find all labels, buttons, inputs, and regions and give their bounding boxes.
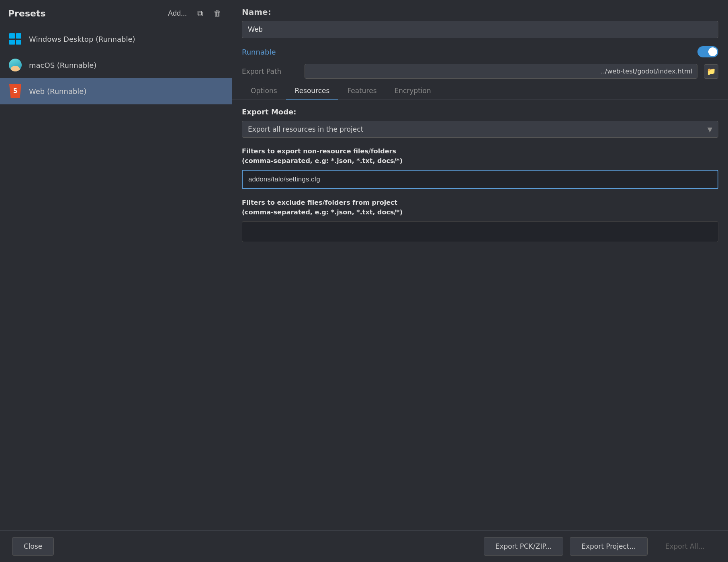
preset-item-web[interactable]: Web (Runnable) xyxy=(0,78,232,104)
bottom-right-actions: Export PCK/ZIP... Export Project... Expo… xyxy=(484,537,716,556)
windows-icon xyxy=(8,32,22,46)
name-section: Name: xyxy=(232,0,728,42)
export-path-value: ../web-test/godot/index.html xyxy=(305,64,697,79)
right-panel: Name: Runnable Export Path ../web-test/g… xyxy=(232,0,728,530)
macos-icon xyxy=(8,58,22,72)
dropdown-arrow-icon: ▼ xyxy=(708,126,712,133)
close-button[interactable]: Close xyxy=(12,537,54,556)
export-mode-label: Export Mode: xyxy=(242,108,718,116)
name-input[interactable] xyxy=(242,21,718,38)
tab-options[interactable]: Options xyxy=(242,83,286,100)
presets-header: Presets Add... ⧉ 🗑 xyxy=(0,0,232,26)
preset-label-windows: Windows Desktop (Runnable) xyxy=(29,35,135,43)
browse-folder-button[interactable]: 📁 xyxy=(704,64,718,79)
runnable-row: Runnable xyxy=(232,42,728,61)
name-label: Name: xyxy=(242,7,718,17)
presets-title: Presets xyxy=(8,8,161,18)
left-panel: Presets Add... ⧉ 🗑 Windows Desktop (Runn… xyxy=(0,0,232,530)
runnable-toggle[interactable] xyxy=(697,46,718,57)
preset-list: Windows Desktop (Runnable) macOS (Runnab… xyxy=(0,26,232,530)
export-path-row: Export Path ../web-test/godot/index.html… xyxy=(232,61,728,83)
export-project-button[interactable]: Export Project... xyxy=(570,537,647,556)
preset-label-macos: macOS (Runnable) xyxy=(29,61,96,69)
tab-resources[interactable]: Resources xyxy=(286,83,339,100)
export-all-button[interactable]: Export All... xyxy=(654,538,716,555)
presets-actions: Add... ⧉ 🗑 xyxy=(166,7,224,20)
preset-item-macos[interactable]: macOS (Runnable) xyxy=(0,52,232,78)
runnable-label: Runnable xyxy=(242,48,276,56)
html5-icon xyxy=(8,84,22,98)
export-mode-value: Export all resources in the project xyxy=(248,125,708,133)
tab-features[interactable]: Features xyxy=(338,83,385,100)
tabs-row: Options Resources Features Encryption xyxy=(232,83,728,100)
bottom-left-actions: Close xyxy=(12,537,54,556)
delete-preset-button[interactable]: 🗑 xyxy=(211,7,224,20)
filter2-label: Filters to exclude files/folders from pr… xyxy=(242,198,718,217)
export-mode-dropdown[interactable]: Export all resources in the project ▼ xyxy=(242,121,718,138)
resources-content: Export Mode: Export all resources in the… xyxy=(232,100,728,530)
filter1-input[interactable] xyxy=(242,170,718,189)
filter1-label: Filters to export non-resource files/fol… xyxy=(242,147,718,166)
preset-label-web: Web (Runnable) xyxy=(29,87,86,96)
duplicate-preset-button[interactable]: ⧉ xyxy=(195,7,205,20)
add-preset-button[interactable]: Add... xyxy=(166,8,189,19)
bottom-bar: Close Export PCK/ZIP... Export Project..… xyxy=(0,530,728,562)
export-path-label: Export Path xyxy=(242,67,298,75)
preset-item-windows[interactable]: Windows Desktop (Runnable) xyxy=(0,26,232,52)
tab-encryption[interactable]: Encryption xyxy=(386,83,440,100)
filter2-input[interactable] xyxy=(242,221,718,242)
export-pck-button[interactable]: Export PCK/ZIP... xyxy=(484,537,564,556)
